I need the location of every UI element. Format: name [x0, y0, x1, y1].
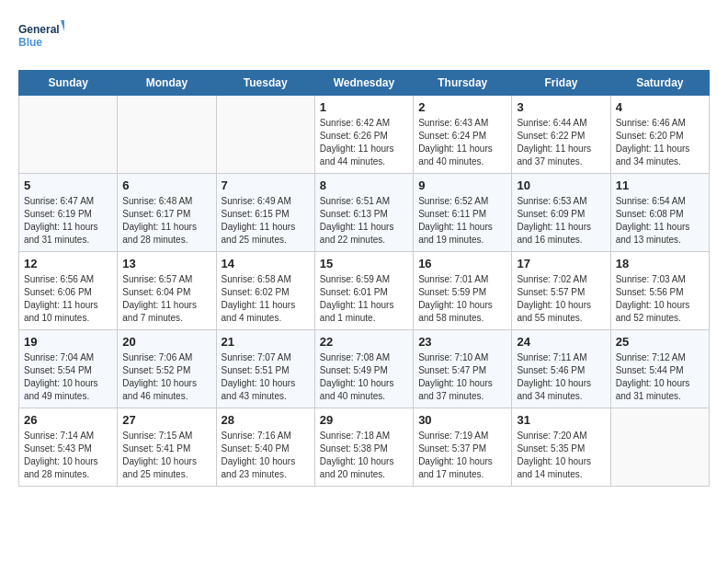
- day-info: Sunrise: 7:16 AM Sunset: 5:40 PM Dayligh…: [222, 430, 310, 481]
- day-info: Sunrise: 7:10 AM Sunset: 5:47 PM Dayligh…: [418, 351, 506, 403]
- day-number: 15: [320, 257, 408, 270]
- calendar-cell: [19, 96, 118, 174]
- calendar-cell: [216, 96, 314, 174]
- day-number: 27: [122, 413, 210, 427]
- day-info: Sunrise: 7:06 AM Sunset: 5:52 PM Dayligh…: [122, 351, 210, 403]
- day-info: Sunrise: 7:11 AM Sunset: 5:46 PM Dayligh…: [517, 351, 605, 403]
- calendar-week-row: 26Sunrise: 7:14 AM Sunset: 5:43 PM Dayli…: [19, 408, 710, 487]
- svg-text:Blue: Blue: [18, 36, 42, 49]
- day-number: 6: [122, 178, 210, 192]
- calendar-cell: 4Sunrise: 6:46 AM Sunset: 6:20 PM Daylig…: [610, 96, 709, 174]
- calendar-table: SundayMondayTuesdayWednesdayThursdayFrid…: [18, 70, 710, 487]
- day-number: 13: [122, 257, 210, 270]
- day-info: Sunrise: 6:53 AM Sunset: 6:09 PM Dayligh…: [517, 195, 605, 247]
- day-info: Sunrise: 6:56 AM Sunset: 6:06 PM Dayligh…: [24, 273, 112, 325]
- day-number: 17: [517, 257, 605, 270]
- svg-text:General: General: [18, 23, 60, 36]
- day-number: 9: [418, 178, 506, 192]
- day-number: 12: [24, 257, 112, 270]
- calendar-cell: 2Sunrise: 6:43 AM Sunset: 6:24 PM Daylig…: [414, 96, 512, 174]
- day-info: Sunrise: 7:01 AM Sunset: 5:59 PM Dayligh…: [418, 273, 506, 325]
- calendar-cell: 20Sunrise: 7:06 AM Sunset: 5:52 PM Dayli…: [118, 330, 216, 408]
- calendar-cell: 5Sunrise: 6:47 AM Sunset: 6:19 PM Daylig…: [19, 174, 118, 252]
- day-info: Sunrise: 6:42 AM Sunset: 6:26 PM Dayligh…: [320, 117, 408, 168]
- calendar-cell: 6Sunrise: 6:48 AM Sunset: 6:17 PM Daylig…: [118, 174, 216, 252]
- day-number: 19: [24, 335, 112, 349]
- calendar-cell: 19Sunrise: 7:04 AM Sunset: 5:54 PM Dayli…: [19, 330, 118, 408]
- calendar-cell: 22Sunrise: 7:08 AM Sunset: 5:49 PM Dayli…: [314, 330, 413, 408]
- day-number: 11: [616, 178, 704, 192]
- calendar-cell: 1Sunrise: 6:42 AM Sunset: 6:26 PM Daylig…: [314, 96, 413, 174]
- day-number: 7: [222, 178, 310, 192]
- calendar-cell: 31Sunrise: 7:20 AM Sunset: 5:35 PM Dayli…: [512, 408, 610, 487]
- calendar-cell: 26Sunrise: 7:14 AM Sunset: 5:43 PM Dayli…: [19, 408, 118, 487]
- day-number: 22: [320, 335, 408, 349]
- calendar-cell: 23Sunrise: 7:10 AM Sunset: 5:47 PM Dayli…: [414, 330, 512, 408]
- day-info: Sunrise: 6:51 AM Sunset: 6:13 PM Dayligh…: [320, 195, 408, 247]
- calendar-cell: 28Sunrise: 7:16 AM Sunset: 5:40 PM Dayli…: [216, 408, 314, 487]
- logo: General Blue: [18, 18, 64, 55]
- calendar-cell: 21Sunrise: 7:07 AM Sunset: 5:51 PM Dayli…: [216, 330, 314, 408]
- page-header: General Blue: [18, 18, 710, 55]
- day-info: Sunrise: 7:19 AM Sunset: 5:37 PM Dayligh…: [418, 430, 506, 481]
- day-info: Sunrise: 6:54 AM Sunset: 6:08 PM Dayligh…: [616, 195, 704, 247]
- weekday-header: Thursday: [414, 71, 512, 96]
- calendar-cell: 27Sunrise: 7:15 AM Sunset: 5:41 PM Dayli…: [118, 408, 216, 487]
- calendar-cell: 10Sunrise: 6:53 AM Sunset: 6:09 PM Dayli…: [512, 174, 610, 252]
- weekday-header: Friday: [512, 71, 610, 96]
- day-info: Sunrise: 7:03 AM Sunset: 5:56 PM Dayligh…: [616, 273, 704, 325]
- weekday-header: Monday: [118, 71, 216, 96]
- day-info: Sunrise: 6:52 AM Sunset: 6:11 PM Dayligh…: [418, 195, 506, 247]
- svg-marker-2: [61, 20, 64, 31]
- day-number: 16: [418, 257, 506, 270]
- calendar-cell: 8Sunrise: 6:51 AM Sunset: 6:13 PM Daylig…: [314, 174, 413, 252]
- calendar-cell: 29Sunrise: 7:18 AM Sunset: 5:38 PM Dayli…: [314, 408, 413, 487]
- day-info: Sunrise: 7:02 AM Sunset: 5:57 PM Dayligh…: [517, 273, 605, 325]
- day-number: 30: [418, 413, 506, 427]
- day-number: 4: [616, 100, 704, 114]
- day-info: Sunrise: 6:47 AM Sunset: 6:19 PM Dayligh…: [24, 195, 112, 247]
- calendar-cell: 13Sunrise: 6:57 AM Sunset: 6:04 PM Dayli…: [118, 252, 216, 330]
- weekday-header: Wednesday: [314, 71, 413, 96]
- calendar-week-row: 1Sunrise: 6:42 AM Sunset: 6:26 PM Daylig…: [19, 96, 710, 174]
- calendar-week-row: 5Sunrise: 6:47 AM Sunset: 6:19 PM Daylig…: [19, 174, 710, 252]
- calendar-cell: 11Sunrise: 6:54 AM Sunset: 6:08 PM Dayli…: [610, 174, 709, 252]
- day-info: Sunrise: 6:43 AM Sunset: 6:24 PM Dayligh…: [418, 117, 506, 168]
- day-number: 8: [320, 178, 408, 192]
- day-number: 31: [517, 413, 605, 427]
- day-info: Sunrise: 6:44 AM Sunset: 6:22 PM Dayligh…: [517, 117, 605, 168]
- calendar-cell: 30Sunrise: 7:19 AM Sunset: 5:37 PM Dayli…: [414, 408, 512, 487]
- calendar-week-row: 19Sunrise: 7:04 AM Sunset: 5:54 PM Dayli…: [19, 330, 710, 408]
- day-info: Sunrise: 6:48 AM Sunset: 6:17 PM Dayligh…: [122, 195, 210, 247]
- day-number: 10: [517, 178, 605, 192]
- day-info: Sunrise: 6:59 AM Sunset: 6:01 PM Dayligh…: [320, 273, 408, 325]
- day-info: Sunrise: 7:07 AM Sunset: 5:51 PM Dayligh…: [222, 351, 310, 403]
- weekday-header-row: SundayMondayTuesdayWednesdayThursdayFrid…: [19, 71, 710, 96]
- calendar-cell: [610, 408, 709, 487]
- calendar-cell: 3Sunrise: 6:44 AM Sunset: 6:22 PM Daylig…: [512, 96, 610, 174]
- day-info: Sunrise: 6:49 AM Sunset: 6:15 PM Dayligh…: [222, 195, 310, 247]
- day-number: 18: [616, 257, 704, 270]
- day-number: 2: [418, 100, 506, 114]
- day-number: 1: [320, 100, 408, 114]
- calendar-cell: 14Sunrise: 6:58 AM Sunset: 6:02 PM Dayli…: [216, 252, 314, 330]
- day-number: 20: [122, 335, 210, 349]
- weekday-header: Tuesday: [216, 71, 314, 96]
- calendar-cell: 15Sunrise: 6:59 AM Sunset: 6:01 PM Dayli…: [314, 252, 413, 330]
- day-info: Sunrise: 7:15 AM Sunset: 5:41 PM Dayligh…: [122, 430, 210, 481]
- day-number: 21: [222, 335, 310, 349]
- calendar-cell: 12Sunrise: 6:56 AM Sunset: 6:06 PM Dayli…: [19, 252, 118, 330]
- calendar-cell: 24Sunrise: 7:11 AM Sunset: 5:46 PM Dayli…: [512, 330, 610, 408]
- day-info: Sunrise: 7:14 AM Sunset: 5:43 PM Dayligh…: [24, 430, 112, 481]
- weekday-header: Sunday: [19, 71, 118, 96]
- day-info: Sunrise: 7:04 AM Sunset: 5:54 PM Dayligh…: [24, 351, 112, 403]
- day-number: 3: [517, 100, 605, 114]
- day-number: 5: [24, 178, 112, 192]
- day-number: 14: [222, 257, 310, 270]
- day-info: Sunrise: 7:20 AM Sunset: 5:35 PM Dayligh…: [517, 430, 605, 481]
- day-info: Sunrise: 7:12 AM Sunset: 5:44 PM Dayligh…: [616, 351, 704, 403]
- day-info: Sunrise: 6:57 AM Sunset: 6:04 PM Dayligh…: [122, 273, 210, 325]
- day-number: 25: [616, 335, 704, 349]
- day-number: 26: [24, 413, 112, 427]
- calendar-cell: 18Sunrise: 7:03 AM Sunset: 5:56 PM Dayli…: [610, 252, 709, 330]
